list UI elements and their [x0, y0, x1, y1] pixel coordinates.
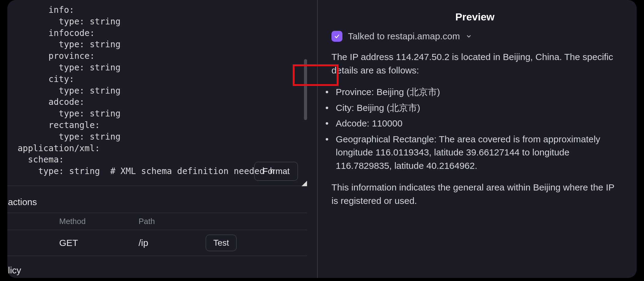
preview-content: Talked to restapi.amap.com The IP addres…: [331, 31, 618, 216]
policy-section: licy: [7, 259, 313, 278]
app-window: info: type: string infocode: type: strin…: [7, 0, 637, 278]
code-content[interactable]: info: type: string infocode: type: strin…: [7, 4, 307, 177]
intro-text: The IP address 114.247.50.2 is located i…: [331, 50, 618, 77]
actions-section: actions Method Path GET /ip Test: [7, 186, 313, 259]
actions-heading: actions: [8, 197, 307, 207]
actions-table-header: Method Path: [7, 213, 307, 230]
vertical-scrollbar[interactable]: [304, 59, 307, 120]
detail-list: Province: Beijing (北京市) City: Beijing (北…: [331, 85, 618, 172]
tool-call-label: Talked to restapi.amap.com: [348, 31, 460, 41]
preview-pane: Preview Talked to restapi.amap.com The I…: [322, 0, 637, 278]
pane-divider[interactable]: [313, 0, 322, 278]
format-button[interactable]: Format: [254, 162, 298, 181]
actions-table: Method Path GET /ip Test: [7, 213, 307, 256]
col-path: Path: [139, 217, 206, 226]
path-cell: /ip: [139, 238, 206, 248]
preview-title: Preview: [331, 11, 618, 23]
schema-editor-pane: info: type: string infocode: type: strin…: [7, 0, 313, 278]
resize-handle[interactable]: [302, 181, 307, 186]
code-editor[interactable]: info: type: string infocode: type: strin…: [7, 4, 307, 186]
table-row: GET /ip Test: [7, 230, 307, 256]
check-icon: [331, 31, 342, 42]
list-item: Adcode: 110000: [331, 117, 618, 130]
list-item: Geographical Rectangle: The area covered…: [331, 133, 618, 173]
test-button[interactable]: Test: [206, 235, 237, 251]
tool-call-status[interactable]: Talked to restapi.amap.com: [331, 31, 618, 42]
list-item: City: Beijing (北京市): [331, 101, 618, 115]
method-cell: GET: [59, 238, 139, 248]
policy-heading: licy: [8, 265, 307, 276]
list-item: Province: Beijing (北京市): [331, 85, 618, 99]
col-method: Method: [59, 217, 139, 226]
chevron-down-icon: [465, 33, 472, 40]
footer-text: This information indicates the general a…: [331, 181, 618, 207]
